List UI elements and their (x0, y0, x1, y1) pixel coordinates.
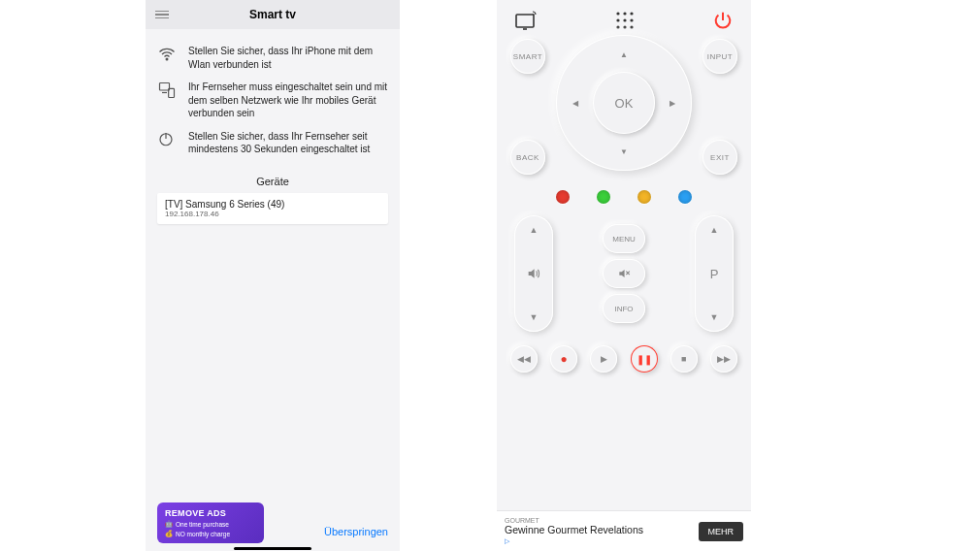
blue-button[interactable] (678, 190, 692, 204)
device-item[interactable]: [TV] Samsung 6 Series (49) 192.168.178.4… (157, 193, 388, 224)
svg-point-16 (630, 25, 633, 28)
header: Smart tv (146, 0, 400, 29)
stop-button[interactable]: ■ (670, 345, 698, 373)
volume-up[interactable]: ▲ (530, 225, 539, 235)
svg-point-8 (616, 12, 619, 15)
svg-point-14 (616, 25, 619, 28)
menu-button[interactable]: MENU (603, 224, 645, 253)
wifi-icon (157, 45, 177, 68)
svg-rect-1 (160, 83, 170, 91)
tip-text: Ihr Fernseher muss eingeschaltet sein un… (188, 81, 388, 120)
tips-list: Stellen Sie sicher, dass Ihr iPhone mit … (146, 29, 400, 166)
tv-cast-icon[interactable] (514, 11, 538, 30)
setup-screen: Smart tv Stellen Sie sicher, dass Ihr iP… (146, 0, 400, 551)
smart-button[interactable]: SMART (510, 39, 545, 74)
svg-point-0 (166, 58, 168, 60)
mute-button[interactable] (603, 259, 645, 288)
yellow-button[interactable] (637, 190, 651, 204)
tip-network: Ihr Fernseher muss eingeschaltet sein un… (157, 81, 388, 120)
channel-up[interactable]: ▲ (710, 225, 719, 235)
devices-header: Geräte (146, 176, 400, 187)
dpad-left[interactable]: ◀ (566, 93, 585, 113)
exit-button[interactable]: EXIT (702, 140, 737, 175)
dpad-up[interactable]: ▲ (614, 45, 634, 64)
ad-cta-button[interactable]: MEHR (699, 522, 744, 541)
tip-power: Stellen Sie sicher, dass Ihr Fernseher s… (157, 130, 388, 156)
input-button[interactable]: INPUT (702, 39, 737, 74)
svg-point-10 (630, 12, 633, 15)
keypad-icon[interactable] (614, 10, 636, 31)
ad-banner[interactable]: GOURMET Gewinne Gourmet Revelations ▷ ME… (497, 510, 751, 551)
tip-text: Stellen Sie sicher, dass Ihr Fernseher s… (188, 130, 388, 156)
home-indicator[interactable] (234, 547, 311, 550)
media-controls: ◀◀ ● ▶ ❚❚ ■ ▶▶ (497, 332, 751, 373)
remote-screen: SMART BACK ▲ ▼ ◀ ▶ OK INPUT EXIT ▲ ▼ (497, 0, 751, 551)
red-button[interactable] (556, 190, 570, 204)
power-icon (157, 130, 177, 151)
dpad: ▲ ▼ ◀ ▶ OK (556, 35, 692, 171)
ad-line: 🤖 One time purchase (165, 520, 256, 528)
record-button[interactable]: ● (550, 345, 577, 373)
menu-icon[interactable] (155, 11, 169, 19)
volume-icon (526, 266, 541, 281)
info-button[interactable]: INFO (603, 294, 645, 323)
svg-point-11 (616, 18, 619, 21)
page-title: Smart tv (249, 8, 296, 21)
pause-button[interactable]: ❚❚ (631, 345, 658, 373)
green-button[interactable] (597, 190, 610, 204)
volume-rocker: ▲ ▼ (514, 215, 553, 332)
ok-button[interactable]: OK (593, 72, 655, 134)
back-button[interactable]: BACK (510, 140, 545, 175)
ad-line: 💰 NO monthly charge (165, 530, 256, 537)
rewind-button[interactable]: ◀◀ (510, 345, 538, 373)
ad-headline: Gewinne Gourmet Revelations (505, 524, 643, 535)
device-name: [TV] Samsung 6 Series (49) (165, 199, 380, 210)
dpad-down[interactable]: ▼ (614, 142, 634, 161)
svg-point-15 (623, 25, 626, 28)
svg-point-9 (623, 12, 626, 15)
color-buttons (497, 175, 751, 215)
forward-button[interactable]: ▶▶ (710, 345, 737, 373)
device-ip: 192.168.178.46 (165, 210, 380, 218)
tip-text: Stellen Sie sicher, dass Ihr iPhone mit … (188, 45, 388, 71)
ad-title: REMOVE ADS (165, 508, 256, 518)
svg-point-13 (630, 18, 633, 21)
skip-button[interactable]: Überspringen (324, 526, 388, 537)
play-button[interactable]: ▶ (590, 345, 617, 373)
adchoices-icon[interactable]: ▷ (505, 537, 643, 545)
remove-ads-promo[interactable]: REMOVE ADS 🤖 One time purchase 💰 NO mont… (157, 502, 264, 543)
devices-icon (157, 81, 177, 104)
program-rocker: ▲ P ▼ (695, 215, 734, 332)
ad-brand: GOURMET (505, 517, 643, 524)
tip-wifi: Stellen Sie sicher, dass Ihr iPhone mit … (157, 45, 388, 71)
program-label: P (710, 267, 719, 281)
svg-point-12 (623, 18, 626, 21)
dpad-right[interactable]: ▶ (663, 93, 682, 113)
channel-down[interactable]: ▼ (710, 312, 719, 322)
svg-rect-6 (516, 15, 534, 27)
volume-down[interactable]: ▼ (530, 312, 539, 322)
remote-top-bar (497, 0, 751, 39)
power-button[interactable] (712, 10, 734, 31)
